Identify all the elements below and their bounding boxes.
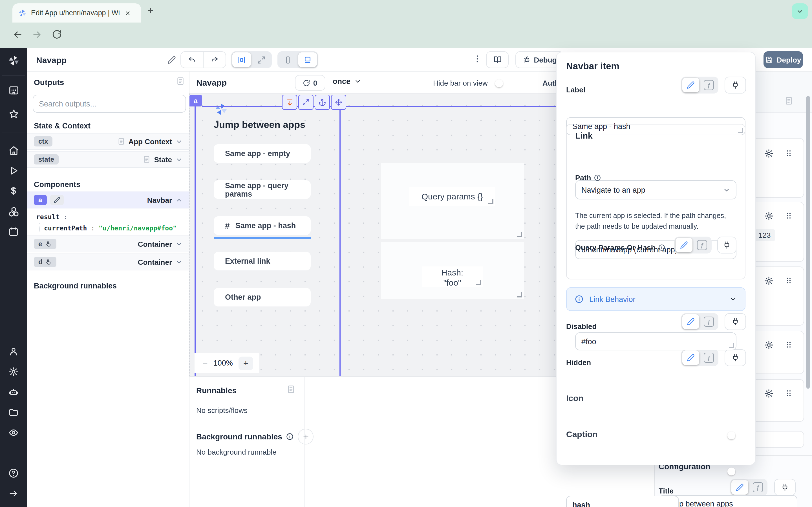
textarea-resize-handle[interactable]	[729, 343, 734, 348]
more-options-kebab-icon[interactable]	[472, 54, 482, 64]
rail-folders-icon[interactable]	[0, 402, 27, 422]
connect-plug-icon[interactable]	[717, 237, 737, 253]
nav-item-external-link[interactable]: External link	[214, 252, 311, 270]
desktop-preview-button[interactable]	[298, 52, 317, 67]
docs-book-button[interactable]	[486, 51, 509, 68]
nav-item-query-params[interactable]: Same app - query params	[214, 180, 311, 199]
resize-handle[interactable]	[488, 199, 493, 204]
function-icon[interactable]: ƒ	[749, 480, 766, 495]
hash-text[interactable]: Hash: "foo"	[422, 267, 483, 287]
rail-collapse-arrow-icon[interactable]	[0, 483, 27, 504]
selected-component-tag[interactable]: a	[190, 95, 202, 107]
rail-resources-cubes-icon[interactable]	[0, 201, 27, 221]
doc-icon[interactable]	[117, 137, 125, 145]
mobile-preview-button[interactable]	[278, 52, 297, 67]
new-tab-button[interactable]: +	[148, 5, 153, 16]
window-chevron-button[interactable]	[792, 3, 808, 19]
refresh-count-button[interactable]: 0	[295, 75, 325, 91]
card-gear-icon[interactable]	[764, 149, 774, 158]
rail-users-person-icon[interactable]	[0, 341, 27, 362]
edit-pencil-icon[interactable]	[50, 195, 63, 205]
runnables-doc-icon[interactable]	[287, 385, 296, 394]
card-gear-icon[interactable]	[764, 389, 774, 398]
connect-plug-icon[interactable]	[725, 313, 746, 330]
nav-item-same-app-empty[interactable]: Same app - empty	[214, 144, 311, 163]
component-row-container-d[interactable]: d Container	[27, 253, 190, 270]
query-params-text[interactable]: Query params {}	[409, 187, 495, 206]
redo-button[interactable]	[204, 51, 225, 68]
rail-schedules-calendar-icon[interactable]	[0, 221, 27, 242]
chevron-down-icon[interactable]	[175, 138, 183, 145]
query-params-container[interactable]: Query params {}	[381, 163, 524, 239]
rail-home-icon[interactable]	[0, 140, 27, 161]
card-gear-icon[interactable]	[764, 276, 774, 286]
card-gear-icon[interactable]	[764, 211, 774, 221]
rail-settings-gear-icon[interactable]	[0, 362, 27, 382]
card-grip-icon[interactable]	[784, 389, 794, 398]
card-grip-icon[interactable]	[784, 149, 794, 158]
component-row-container-e[interactable]: e Container	[27, 235, 190, 252]
sidebar-scrollbar[interactable]	[806, 96, 810, 389]
zoom-out-button[interactable]: −	[202, 358, 208, 368]
sidebar-doc-icon[interactable]	[784, 96, 794, 105]
icon-value-input[interactable]: hash	[566, 496, 679, 507]
rail-runs-play-icon[interactable]	[0, 161, 27, 181]
centered-layout-button[interactable]	[232, 52, 251, 67]
search-outputs-input[interactable]: Search outputs...	[33, 95, 186, 113]
link-behavior-collapsible[interactable]: Link Behavior	[566, 287, 746, 311]
outputs-doc-icon[interactable]	[176, 76, 185, 86]
card-grip-icon[interactable]	[784, 340, 794, 349]
tab-close-icon[interactable]	[124, 10, 131, 16]
card-grip-icon[interactable]	[784, 276, 794, 285]
add-background-runnable-button[interactable]	[298, 429, 314, 445]
resize-handle[interactable]	[517, 232, 522, 237]
connect-plug-icon[interactable]	[725, 76, 746, 94]
forward-icon[interactable]	[32, 29, 42, 40]
rail-audit-eye-icon[interactable]	[0, 422, 27, 443]
card-gear-icon[interactable]	[764, 340, 774, 350]
connect-plug-icon[interactable]	[725, 349, 746, 366]
zoom-in-button[interactable]: +	[239, 356, 253, 370]
hash-container[interactable]: Hash: "foo"	[381, 242, 524, 299]
function-icon[interactable]: ƒ	[700, 78, 717, 93]
resize-handle[interactable]	[517, 292, 522, 297]
nav-item-same-app-hash[interactable]: #Same app - hash	[214, 216, 311, 235]
static-pencil-icon[interactable]	[682, 314, 699, 329]
back-icon[interactable]	[12, 29, 23, 40]
fullscreen-layout-button[interactable]	[252, 52, 271, 67]
static-pencil-icon[interactable]	[675, 238, 693, 252]
query-hash-input[interactable]: #foo	[575, 332, 737, 350]
info-icon[interactable]	[286, 433, 294, 441]
browser-tab[interactable]: Edit App u/henri/navapp | Win	[12, 3, 141, 22]
output-row-ctx[interactable]: ctx App Context	[27, 133, 190, 150]
move-icon[interactable]	[331, 95, 346, 110]
link-type-select[interactable]: Navigate to an app	[575, 180, 737, 200]
card-grip-icon[interactable]	[784, 211, 794, 220]
chevron-down-icon[interactable]	[175, 258, 183, 266]
undo-button[interactable]	[181, 51, 204, 68]
chevron-up-icon[interactable]	[175, 196, 183, 204]
function-icon[interactable]: ƒ	[700, 350, 717, 365]
function-icon[interactable]: ƒ	[694, 238, 711, 252]
chevron-down-icon[interactable]	[175, 240, 183, 247]
rail-apps-icon[interactable]	[0, 80, 27, 100]
insert-below-icon[interactable]	[282, 95, 297, 110]
static-pencil-icon[interactable]	[731, 480, 748, 495]
output-row-state[interactable]: state State	[27, 151, 190, 168]
deploy-button[interactable]: Deploy	[763, 51, 803, 68]
anchor-icon[interactable]	[315, 95, 330, 110]
rail-workers-robot-icon[interactable]	[0, 382, 27, 402]
static-pencil-icon[interactable]	[682, 350, 699, 365]
function-icon[interactable]: ƒ	[700, 314, 717, 329]
rail-variables-dollar-icon[interactable]: $	[0, 181, 27, 201]
component-row-navbar[interactable]: a Navbar	[27, 191, 190, 209]
static-pencil-icon[interactable]	[682, 78, 699, 93]
connect-plug-icon[interactable]	[774, 479, 796, 496]
doc-icon[interactable]	[143, 156, 151, 163]
resize-handle[interactable]	[476, 280, 481, 285]
reload-icon[interactable]	[52, 29, 62, 40]
chevron-down-icon[interactable]	[175, 156, 183, 163]
rail-favorites-star-icon[interactable]	[0, 104, 27, 124]
frequency-select[interactable]: once	[333, 77, 361, 86]
title-value-input[interactable]: Jump between apps	[659, 495, 797, 507]
